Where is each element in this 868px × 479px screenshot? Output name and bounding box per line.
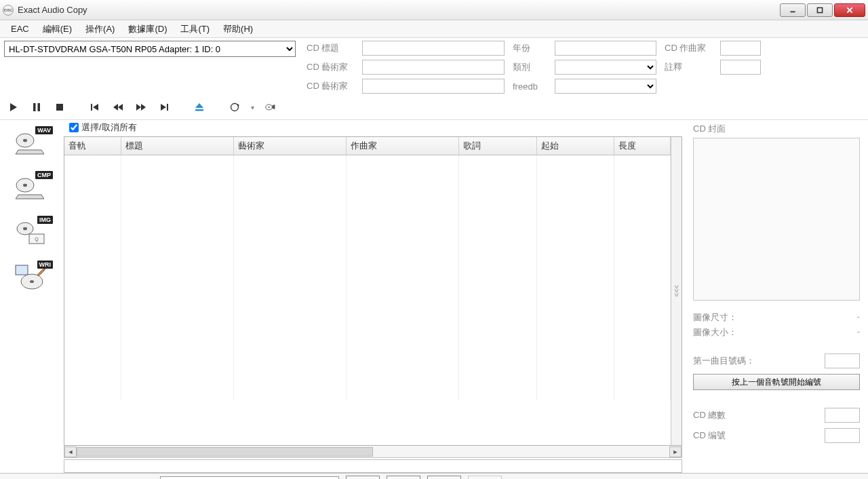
menu-eac[interactable]: EAC — [4, 21, 36, 37]
cd-artist-label: CD 藝術家 — [307, 61, 354, 73]
col-title[interactable]: 標題 — [121, 137, 233, 155]
svg-marker-10 — [113, 104, 118, 111]
cd-artist2-input[interactable] — [362, 79, 505, 94]
forward-icon — [136, 102, 146, 113]
svg-marker-14 — [161, 104, 166, 111]
cd-number-label: CD 编號 — [693, 429, 726, 442]
play-button[interactable] — [7, 100, 20, 114]
skip-prev-icon — [90, 102, 100, 113]
write-cd-button[interactable]: WRI — [6, 258, 55, 296]
loop-button[interactable] — [228, 100, 241, 114]
delete-profile-button: 刪除 — [468, 476, 502, 480]
menu-tools[interactable]: 工具(T) — [174, 20, 216, 38]
year-input[interactable] — [555, 41, 656, 56]
select-all-checkbox[interactable] — [69, 123, 79, 132]
col-lyrics[interactable]: 歌詞 — [459, 137, 536, 155]
stop-button[interactable] — [53, 100, 66, 114]
pause-button[interactable] — [30, 100, 43, 114]
svg-rect-8 — [91, 104, 92, 111]
genre-select[interactable] — [555, 60, 656, 75]
eject-button[interactable] — [193, 100, 206, 114]
bottom-text-input[interactable] — [64, 459, 682, 473]
expand-grip[interactable]: >>> — [671, 137, 682, 445]
svg-rect-7 — [56, 104, 63, 111]
col-length[interactable]: 長度 — [614, 137, 670, 155]
cover-art-box[interactable] — [693, 138, 860, 301]
table-empty-row — [64, 155, 671, 400]
svg-marker-12 — [136, 104, 141, 111]
scroll-left-arrow[interactable]: ◄ — [64, 446, 77, 457]
horizontal-scrollbar[interactable]: ◄ ► — [64, 446, 682, 458]
minimize-button[interactable] — [780, 3, 806, 17]
record-button[interactable] — [264, 100, 277, 114]
meta-grid: CD 標題 年份 CD 作曲家 CD 藝術家 類別 註釋 CD 藝術家 free… — [307, 41, 761, 94]
cd-artist-input[interactable] — [362, 60, 505, 75]
col-artist[interactable]: 藝術家 — [233, 137, 346, 155]
drive-select[interactable]: HL-DT-STDVDRAM GSA-T50N RP05 Adapter: 1 … — [4, 41, 296, 57]
save-profile-button[interactable]: 保存 — [387, 476, 420, 480]
profile-select[interactable] — [160, 476, 339, 480]
pause-icon — [31, 102, 42, 113]
close-button[interactable] — [834, 3, 865, 17]
genre-label: 類別 — [513, 61, 547, 73]
play-icon — [8, 102, 19, 113]
maximize-button[interactable] — [807, 3, 833, 17]
menu-action[interactable]: 操作(A) — [79, 20, 121, 38]
img-size-value: - — [857, 326, 860, 339]
cd-total-input[interactable] — [825, 408, 860, 423]
extract-image-button[interactable]: IMG Q — [6, 214, 55, 252]
menu-edit[interactable]: 編輯(E) — [36, 20, 79, 38]
svg-point-27 — [23, 227, 27, 231]
rewind-button[interactable] — [111, 100, 125, 114]
renumber-button[interactable]: 按上一個音軌號開始編號 — [693, 374, 860, 390]
col-composer[interactable]: 作曲家 — [347, 137, 459, 155]
cd-total-label: CD 總數 — [693, 409, 726, 421]
scroll-thumb[interactable] — [77, 447, 373, 457]
wri-badge: WRI — [37, 261, 54, 269]
new-profile-button[interactable]: 新建 — [427, 476, 461, 480]
cd-title-input[interactable] — [362, 41, 505, 56]
scroll-track[interactable] — [77, 447, 669, 457]
dropdown-arrow-icon[interactable]: ▾ — [251, 104, 254, 111]
cover-label: CD 封面 — [693, 123, 860, 135]
comment-input[interactable] — [720, 60, 761, 75]
svg-point-32 — [30, 280, 34, 283]
col-start[interactable]: 起始 — [536, 137, 614, 155]
img-size-label: 圖像大小： — [693, 326, 737, 339]
composer-input[interactable] — [720, 41, 761, 56]
cd-number-input[interactable] — [825, 428, 860, 443]
img-badge: IMG — [37, 216, 53, 224]
first-track-input[interactable] — [825, 353, 860, 368]
svg-marker-16 — [195, 103, 203, 108]
app-icon: eac — [3, 5, 14, 16]
freedb-select[interactable] — [555, 79, 656, 94]
next-track-button[interactable] — [157, 100, 171, 114]
menu-database[interactable]: 數據庫(D) — [121, 20, 174, 38]
extract-wav-button[interactable]: WAV — [6, 124, 55, 162]
track-table[interactable]: 音軌 標題 藝術家 作曲家 歌詞 起始 長度 — [64, 137, 671, 400]
svg-rect-6 — [38, 103, 41, 111]
svg-rect-15 — [167, 104, 168, 111]
svg-rect-5 — [33, 103, 36, 111]
rewind-icon — [113, 102, 123, 113]
svg-point-21 — [268, 107, 269, 108]
scroll-right-arrow[interactable]: ► — [669, 446, 682, 457]
extract-compressed-button[interactable]: CMP — [6, 169, 55, 207]
close-icon — [846, 6, 854, 14]
img-dim-label: 圖像尺寸： — [693, 311, 737, 324]
wav-badge: WAV — [35, 126, 53, 134]
top-area: HL-DT-STDVDRAM GSA-T50N RP05 Adapter: 1 … — [0, 38, 868, 120]
prev-track-button[interactable] — [88, 100, 102, 114]
table-header-row: 音軌 標題 藝術家 作曲家 歌詞 起始 長度 — [64, 137, 671, 155]
comment-label: 註釋 — [665, 61, 712, 73]
stop-icon — [54, 102, 65, 113]
svg-marker-4 — [10, 103, 17, 111]
select-all-label: 選擇/取消所有 — [81, 121, 137, 134]
load-button[interactable]: 載入 — [346, 476, 380, 480]
menu-help[interactable]: 帮助(H) — [216, 20, 260, 38]
forward-button[interactable] — [134, 100, 148, 114]
disc-record-icon — [265, 102, 276, 113]
col-track[interactable]: 音軌 — [64, 137, 121, 155]
cmp-badge: CMP — [35, 171, 53, 179]
titlebar: eac Exact Audio Copy — [0, 0, 868, 20]
